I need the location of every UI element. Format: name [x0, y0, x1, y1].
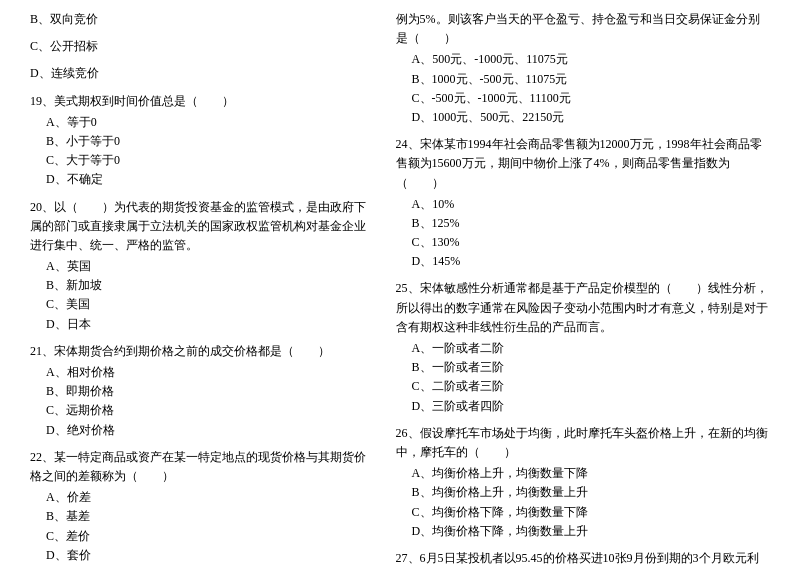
- q19-option-c: C、大于等于0: [30, 151, 376, 170]
- q24-option-b: B、125%: [396, 214, 770, 233]
- question-27-text: 27、6月5日某投机者以95.45的价格买进10张9月份到期的3个月欧元利率（E…: [396, 549, 770, 565]
- q20-option-a: A、英国: [30, 257, 376, 276]
- question-25: 25、宋体敏感性分析通常都是基于产品定价模型的（ ）线性分析，所以得出的数字通常…: [396, 279, 770, 415]
- q24-option-d: D、145%: [396, 252, 770, 271]
- q22-option-c: C、差价: [30, 527, 376, 546]
- question-20: 20、以（ ）为代表的期货投资基金的监管模式，是由政府下属的部门或直接隶属于立法…: [30, 198, 376, 334]
- question-24: 24、宋体某市1994年社会商品零售额为12000万元，1998年社会商品零售额…: [396, 135, 770, 271]
- question-19-text: 19、美式期权到时间价值总是（ ）: [30, 92, 376, 111]
- question-19: 19、美式期权到时间价值总是（ ） A、等于0 B、小于等于0 C、大于等于0 …: [30, 92, 376, 190]
- q21-option-b: B、即期价格: [30, 382, 376, 401]
- question-22-text: 22、某一特定商品或资产在某一特定地点的现货价格与其期货价格之间的差额称为（ ）: [30, 448, 376, 486]
- q26-option-a: A、均衡价格上升，均衡数量下降: [396, 464, 770, 483]
- q23-option-c: C、-500元、-1000元、11100元: [396, 89, 770, 108]
- q22-option-b: B、基差: [30, 507, 376, 526]
- question-20-text: 20、以（ ）为代表的期货投资基金的监管模式，是由政府下属的部门或直接隶属于立法…: [30, 198, 376, 256]
- q25-option-c: C、二阶或者三阶: [396, 377, 770, 396]
- q21-option-c: C、远期价格: [30, 401, 376, 420]
- q20-option-b: B、新加坡: [30, 276, 376, 295]
- question-21: 21、宋体期货合约到期价格之前的成交价格都是（ ） A、相对价格 B、即期价格 …: [30, 342, 376, 440]
- q23-option-b: B、1000元、-500元、11075元: [396, 70, 770, 89]
- question-26: 26、假设摩托车市场处于均衡，此时摩托车头盔价格上升，在新的均衡中，摩托车的（ …: [396, 424, 770, 541]
- q23-option-a: A、500元、-1000元、11075元: [396, 50, 770, 69]
- q23-continued: 例为5%。则该客户当天的平仓盈亏、持仓盈亏和当日交易保证金分别是（ ） A、50…: [396, 10, 770, 127]
- q23-cont-text: 例为5%。则该客户当天的平仓盈亏、持仓盈亏和当日交易保证金分别是（ ）: [396, 10, 770, 48]
- q25-option-a: A、一阶或者二阶: [396, 339, 770, 358]
- question-22: 22、某一特定商品或资产在某一特定地点的现货价格与其期货价格之间的差额称为（ ）…: [30, 448, 376, 565]
- q26-option-b: B、均衡价格上升，均衡数量上升: [396, 483, 770, 502]
- q19-option-b: B、小于等于0: [30, 132, 376, 151]
- option-c1: C、公开招标: [30, 37, 376, 56]
- left-column: B、双向竞价 C、公开招标 D、连续竞价 19、美式期权到时间价值总是（ ） A…: [30, 10, 376, 565]
- q22-option-d: D、套价: [30, 546, 376, 565]
- question-26-text: 26、假设摩托车市场处于均衡，此时摩托车头盔价格上升，在新的均衡中，摩托车的（ …: [396, 424, 770, 462]
- q20-option-d: D、日本: [30, 315, 376, 334]
- q26-option-d: D、均衡价格下降，均衡数量上升: [396, 522, 770, 541]
- q21-option-d: D、绝对价格: [30, 421, 376, 440]
- q26-option-c: C、均衡价格下降，均衡数量下降: [396, 503, 770, 522]
- q23-option-d: D、1000元、500元、22150元: [396, 108, 770, 127]
- option-c1-text: C、公开招标: [30, 37, 376, 56]
- right-column: 例为5%。则该客户当天的平仓盈亏、持仓盈亏和当日交易保证金分别是（ ） A、50…: [396, 10, 770, 565]
- question-25-text: 25、宋体敏感性分析通常都是基于产品定价模型的（ ）线性分析，所以得出的数字通常…: [396, 279, 770, 337]
- option-b1-text: B、双向竞价: [30, 10, 376, 29]
- q25-option-b: B、一阶或者三阶: [396, 358, 770, 377]
- q19-option-d: D、不确定: [30, 170, 376, 189]
- question-24-text: 24、宋体某市1994年社会商品零售额为12000万元，1998年社会商品零售额…: [396, 135, 770, 193]
- page-container: B、双向竞价 C、公开招标 D、连续竞价 19、美式期权到时间价值总是（ ） A…: [30, 10, 770, 565]
- q20-option-c: C、美国: [30, 295, 376, 314]
- q21-option-a: A、相对价格: [30, 363, 376, 382]
- question-21-text: 21、宋体期货合约到期价格之前的成交价格都是（ ）: [30, 342, 376, 361]
- option-d1: D、连续竞价: [30, 64, 376, 83]
- q25-option-d: D、三阶或者四阶: [396, 397, 770, 416]
- option-b1: B、双向竞价: [30, 10, 376, 29]
- question-27: 27、6月5日某投机者以95.45的价格买进10张9月份到期的3个月欧元利率（E…: [396, 549, 770, 565]
- two-column-layout: B、双向竞价 C、公开招标 D、连续竞价 19、美式期权到时间价值总是（ ） A…: [30, 10, 770, 565]
- q24-option-a: A、10%: [396, 195, 770, 214]
- q24-option-c: C、130%: [396, 233, 770, 252]
- q19-option-a: A、等于0: [30, 113, 376, 132]
- q22-option-a: A、价差: [30, 488, 376, 507]
- option-d1-text: D、连续竞价: [30, 64, 376, 83]
